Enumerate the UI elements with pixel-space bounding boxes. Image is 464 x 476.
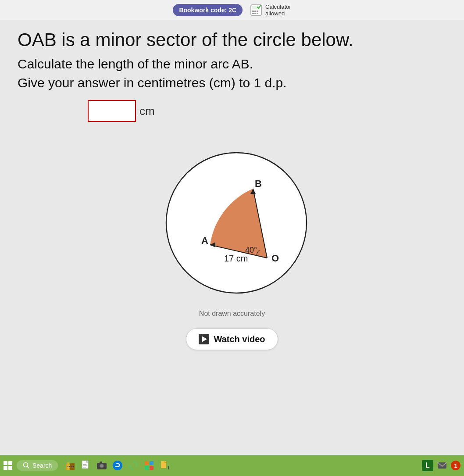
taskbar-file-icon[interactable] bbox=[80, 459, 92, 472]
windows-logo bbox=[4, 461, 12, 470]
taskbar-app-icons bbox=[64, 459, 171, 472]
svg-rect-4 bbox=[257, 11, 258, 12]
point-o-label: O bbox=[271, 253, 279, 264]
unit-label: cm bbox=[139, 104, 155, 118]
svg-rect-30 bbox=[100, 462, 102, 463]
answer-field[interactable] bbox=[89, 101, 135, 121]
system-tray: L 1 bbox=[422, 459, 460, 472]
radius-label: 17 cm bbox=[224, 254, 248, 263]
watch-video-button[interactable]: Watch video bbox=[186, 328, 278, 350]
diagram-container: A B O 40° 17 cm Not drawn accurately bbox=[18, 122, 446, 318]
svg-rect-19 bbox=[69, 466, 70, 467]
angle-label: 40° bbox=[245, 246, 257, 254]
not-drawn-label: Not drawn accurately bbox=[199, 310, 265, 318]
point-a-label: A bbox=[201, 235, 208, 246]
top-bar: Bookwork code: 2C Calculator allowed bbox=[0, 0, 464, 20]
svg-rect-3 bbox=[254, 11, 256, 12]
question-subtitle: Calculate the length of the minor arc AB… bbox=[18, 55, 446, 72]
svg-rect-35 bbox=[150, 461, 153, 465]
svg-rect-20 bbox=[71, 466, 72, 467]
svg-rect-18 bbox=[68, 466, 68, 467]
taskbar-search-bar[interactable]: Search bbox=[17, 460, 58, 471]
point-b-label: B bbox=[255, 178, 262, 189]
taskbar: Search bbox=[0, 455, 464, 476]
svg-point-31 bbox=[113, 461, 122, 470]
svg-point-29 bbox=[100, 465, 104, 468]
svg-rect-6 bbox=[254, 13, 256, 14]
taskbar-arrow-icon[interactable] bbox=[159, 459, 171, 472]
taskbar-explorer-icon[interactable] bbox=[64, 459, 76, 472]
svg-rect-34 bbox=[145, 461, 149, 465]
taskbar-camera-icon[interactable] bbox=[96, 459, 108, 472]
tray-l-icon: L bbox=[422, 460, 433, 471]
svg-rect-21 bbox=[73, 466, 74, 467]
svg-rect-25 bbox=[83, 465, 87, 466]
start-button[interactable] bbox=[4, 461, 12, 470]
svg-rect-36 bbox=[145, 466, 149, 470]
svg-rect-2 bbox=[252, 11, 254, 12]
taskbar-sync-icon[interactable] bbox=[127, 459, 139, 472]
svg-rect-26 bbox=[83, 467, 86, 468]
taskbar-edge-icon[interactable] bbox=[111, 459, 124, 472]
taskbar-apps-icon[interactable] bbox=[143, 459, 155, 472]
bookwork-code-badge: Bookwork code: 2C bbox=[173, 4, 243, 16]
search-label: Search bbox=[32, 462, 52, 469]
calculator-allowed-indicator: Calculator allowed bbox=[250, 4, 291, 17]
tray-notification-icon: 1 bbox=[451, 461, 460, 470]
svg-rect-7 bbox=[257, 13, 258, 14]
play-triangle bbox=[202, 336, 207, 342]
question-title: OAB is a minor sector of the circle belo… bbox=[18, 29, 446, 51]
calculator-text: Calculator allowed bbox=[265, 4, 291, 17]
watch-video-label: Watch video bbox=[214, 334, 265, 344]
play-icon bbox=[199, 334, 209, 344]
question-line3: Give your answer in centimetres (cm) to … bbox=[18, 74, 446, 91]
main-content: OAB is a minor sector of the circle belo… bbox=[0, 20, 464, 354]
answer-area: cm bbox=[88, 100, 446, 122]
tray-mail-icon[interactable] bbox=[436, 459, 448, 472]
svg-rect-37 bbox=[150, 466, 153, 470]
svg-rect-24 bbox=[83, 464, 86, 465]
svg-line-14 bbox=[28, 467, 29, 469]
answer-input-box[interactable] bbox=[88, 100, 136, 122]
svg-rect-5 bbox=[252, 13, 254, 14]
calculator-icon bbox=[250, 4, 263, 17]
search-icon bbox=[23, 462, 30, 469]
circle-diagram: A B O 40° 17 cm bbox=[140, 122, 324, 306]
